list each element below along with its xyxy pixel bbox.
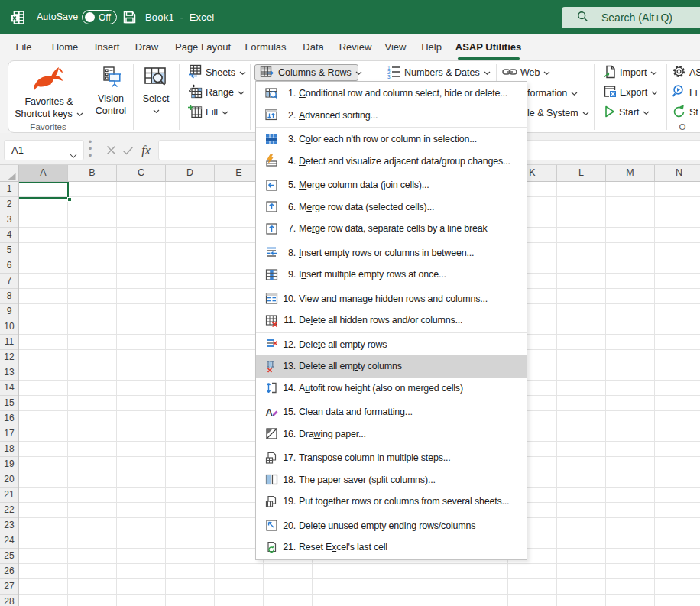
row-header-25[interactable]: 25	[0, 549, 18, 564]
options-button-cut[interactable]: AS	[672, 64, 700, 81]
menu-item-14[interactable]: 14.Autofit row height (also on merged ce…	[256, 378, 527, 400]
column-header-m[interactable]: M	[606, 165, 655, 181]
insert-function-button[interactable]: fx	[138, 140, 154, 160]
column-header-n[interactable]: N	[655, 165, 700, 181]
row-header-1[interactable]: 1	[0, 182, 18, 197]
repeat-last-button-cut[interactable]: St	[672, 104, 698, 121]
tab-help[interactable]: Help	[421, 41, 442, 53]
column-header-a[interactable]: A	[19, 165, 68, 181]
sheets-button[interactable]: Sheets	[188, 64, 246, 81]
tab-insert[interactable]: Insert	[95, 41, 120, 53]
menu-item-16[interactable]: 16.Drawing paper...	[256, 423, 527, 446]
tab-asap-utilities[interactable]: ASAP Utilities	[455, 41, 521, 53]
menu-item-20[interactable]: 20.Delete unused empty ending rows/colum…	[256, 515, 527, 537]
menu-item-1[interactable]: 1.Conditional row and column select, hid…	[256, 83, 527, 105]
tab-draw[interactable]: Draw	[135, 41, 158, 53]
row-header-19[interactable]: 19	[0, 457, 18, 472]
row-header-8[interactable]: 8	[0, 289, 18, 304]
column-header-b[interactable]: B	[68, 165, 117, 181]
menu-item-number: 4.	[278, 156, 296, 167]
file-system-button-fragment[interactable]: le & System	[527, 108, 589, 118]
menu-item-18[interactable]: 18.The paper saver (split columns)...	[256, 469, 527, 491]
row-header-7[interactable]: 7	[0, 274, 18, 289]
menu-item-8[interactable]: 8.Insert empty rows or columns in betwee…	[256, 242, 527, 264]
menu-item-17[interactable]: 17.Transpose column in multiple steps...	[256, 447, 527, 469]
row-header-17[interactable]: 17	[0, 426, 18, 442]
autosave-toggle[interactable]: Off	[82, 10, 117, 24]
row-header-4[interactable]: 4	[0, 228, 18, 243]
row-header-27[interactable]: 27	[0, 579, 18, 595]
tab-review[interactable]: Review	[339, 41, 372, 53]
row-header-23[interactable]: 23	[0, 518, 18, 533]
tab-data[interactable]: Data	[303, 41, 323, 53]
row-header-9[interactable]: 9	[0, 304, 18, 319]
menu-item-10[interactable]: 10.View and manage hidden rows and colum…	[256, 288, 527, 310]
row-header-22[interactable]: 22	[0, 503, 18, 518]
column-header-l[interactable]: L	[557, 165, 606, 181]
tab-file[interactable]: File	[16, 41, 32, 53]
menu-item-5[interactable]: 5.Merge column data (join cells)...	[256, 174, 527, 196]
menu-item-2[interactable]: 2.Advanced sorting...	[256, 105, 527, 127]
tab-view[interactable]: View	[385, 41, 407, 53]
web-button[interactable]: Web	[502, 64, 550, 81]
row-header-6[interactable]: 6	[0, 258, 18, 274]
row-header-26[interactable]: 26	[0, 564, 18, 579]
cancel-entry-button[interactable]	[102, 140, 119, 160]
menu-item-15[interactable]: A15.Clean data and formatting...	[256, 401, 527, 423]
row-header-16[interactable]: 16	[0, 411, 18, 426]
menu-item-11[interactable]: 11.Delete all hidden rows and/or columns…	[256, 309, 527, 332]
row-header-10[interactable]: 10	[0, 319, 18, 335]
row-header-28[interactable]: 28	[0, 595, 18, 606]
menu-item-9[interactable]: 9.Insert multiple empty rows at once...	[256, 264, 527, 286]
name-box[interactable]: A1	[4, 140, 84, 160]
menu-item-21[interactable]: 21.Reset Excel's last cell	[256, 536, 527, 559]
column-header-c[interactable]: C	[117, 165, 166, 181]
information-button-fragment[interactable]: formation	[527, 88, 578, 99]
numbers-dates-button[interactable]: 1 2 3 Numbers & Dates	[387, 64, 491, 81]
row-header-21[interactable]: 21	[0, 488, 18, 503]
menu-item-19[interactable]: 19.Put together rows or columns from sev…	[256, 491, 527, 513]
fill-button[interactable]: Fill	[188, 104, 228, 121]
import-button[interactable]: Import	[603, 64, 657, 81]
tab-home[interactable]: Home	[52, 41, 79, 53]
menu-item-4[interactable]: 4.Detect and visualize adjacent data/gro…	[256, 151, 527, 173]
row-header-2[interactable]: 2	[0, 197, 18, 212]
row-header-14[interactable]: 14	[0, 381, 18, 396]
delete-hidden-icon	[265, 314, 278, 327]
menu-item-13[interactable]: 13.Delete all empty columns	[256, 355, 527, 378]
row-header-15[interactable]: 15	[0, 396, 18, 411]
row-header-5[interactable]: 5	[0, 243, 18, 258]
menu-item-3[interactable]: 3.Color each n'th row or column in selec…	[256, 128, 527, 151]
export-button[interactable]: Export	[603, 84, 658, 101]
column-header-d[interactable]: D	[166, 165, 215, 181]
find-utility-button-cut[interactable]: Fi	[672, 84, 697, 101]
menu-item-label: Merge row data, separate cells by a line…	[299, 223, 488, 234]
row-header-12[interactable]: 12	[0, 350, 18, 365]
start-button[interactable]: Start	[604, 104, 650, 121]
menu-item-7[interactable]: 7.Merge row data, separate cells by a li…	[256, 218, 527, 240]
search-box[interactable]: Search (Alt+Q)	[562, 7, 700, 28]
select-all-corner[interactable]	[0, 165, 19, 182]
columns-rows-button[interactable]: Columns & Rows	[254, 64, 358, 81]
row-header-18[interactable]: 18	[0, 442, 18, 457]
select-button[interactable]: Select	[136, 63, 176, 130]
save-icon[interactable]	[123, 11, 136, 27]
range-button[interactable]: Range	[188, 84, 245, 101]
name-box-chevron-icon[interactable]	[70, 148, 77, 162]
row-header-3[interactable]: 3	[0, 212, 18, 228]
enter-entry-button[interactable]	[119, 140, 136, 160]
row-header-20[interactable]: 20	[0, 472, 18, 488]
formula-bar-grip[interactable]: •••	[86, 138, 94, 160]
row-header-24[interactable]: 24	[0, 533, 18, 549]
menu-item-6[interactable]: 6.Merge row data (selected cells)...	[256, 196, 527, 219]
vision-control-button[interactable]: Vision Control	[90, 63, 131, 130]
menu-item-label: Merge row data (selected cells)...	[299, 202, 434, 212]
row-header-13[interactable]: 13	[0, 365, 18, 381]
fill-handle[interactable]	[67, 197, 72, 202]
tab-formulas[interactable]: Formulas	[245, 41, 286, 53]
export-chevron-icon	[651, 87, 658, 98]
tab-page-layout[interactable]: Page Layout	[175, 41, 231, 53]
menu-item-12[interactable]: 12.Delete all empty rows	[256, 334, 527, 356]
favorites-shortcut-keys-button[interactable]: Favorites & Shortcut keys	[11, 63, 87, 130]
row-header-11[interactable]: 11	[0, 335, 18, 350]
